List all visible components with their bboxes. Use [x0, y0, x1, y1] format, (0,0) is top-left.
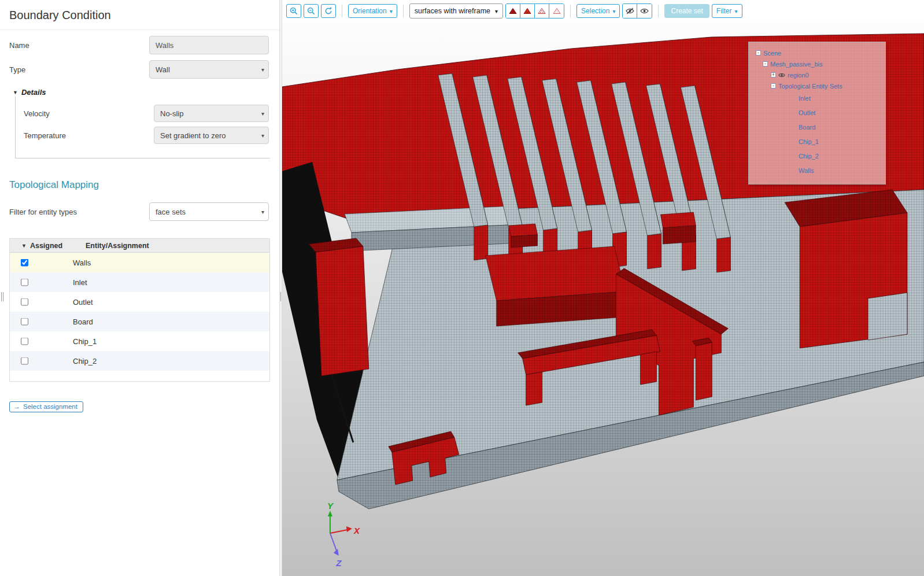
tree-node-region[interactable]: + region0 — [749, 69, 885, 80]
representation-toggle-group — [505, 3, 564, 19]
velocity-label: Velocity — [24, 109, 154, 118]
name-input[interactable] — [149, 36, 269, 54]
velocity-select[interactable]: No-slip ▾ — [154, 105, 269, 122]
tree-node-label[interactable]: Mesh_passive_bis — [770, 61, 823, 68]
visibility-toggle-group — [622, 3, 652, 19]
eye-icon — [640, 8, 649, 14]
tree-item[interactable]: Chip_2 — [749, 149, 885, 164]
tree-node-label[interactable]: region0 — [788, 72, 809, 79]
details-body: Velocity No-slip ▾ Temperature Set gradi… — [15, 97, 270, 158]
entity-name: Chip_1 — [73, 337, 97, 346]
reset-camera-button[interactable] — [321, 4, 336, 18]
hide-selection-button[interactable] — [623, 4, 637, 18]
entity-column-header: Entity/Assignment — [86, 242, 149, 250]
chevron-down-icon: ▾ — [261, 132, 264, 139]
gray-step-mesh[interactable] — [345, 206, 520, 251]
entity-name: Chip_2 — [73, 357, 97, 365]
type-select[interactable]: Wall ▾ — [149, 60, 269, 79]
eye-off-icon — [626, 8, 634, 14]
select-assignment-button[interactable]: → Select assignment — [9, 401, 83, 412]
table-row[interactable]: Outlet — [10, 292, 269, 312]
viewport-toolbar: Orientation ▾ surfaces with wireframe ▾ … — [282, 0, 924, 22]
collapse-icon[interactable]: - — [756, 50, 761, 56]
table-row[interactable]: Inlet — [10, 272, 269, 292]
type-label: Type — [9, 65, 149, 74]
assignment-table-header: ▼ Assigned Entity/Assignment — [10, 239, 269, 253]
tree-node-mesh[interactable]: - Mesh_passive_bis — [749, 58, 885, 69]
tree-item[interactable]: Chip_1 — [749, 135, 885, 149]
create-set-button[interactable]: Create set — [664, 4, 709, 18]
assigned-checkbox[interactable] — [21, 298, 28, 306]
assignment-table: ▼ Assigned Entity/Assignment Walls Inlet… — [9, 238, 270, 382]
arrow-right-icon: → — [13, 403, 20, 410]
entity-name: Outlet — [73, 298, 93, 307]
table-row[interactable]: Chip_1 — [10, 331, 269, 351]
chevron-down-icon: ▾ — [495, 8, 498, 14]
page-title: Boundary Condition — [0, 0, 279, 30]
orientation-dropdown[interactable]: Orientation ▾ — [348, 4, 397, 18]
chevron-down-icon: ▾ — [261, 209, 264, 215]
collapse-icon[interactable]: - — [771, 83, 776, 88]
triangle-shaded-icon — [523, 8, 531, 14]
assigned-column-header[interactable]: ▼ Assigned — [21, 242, 62, 250]
assigned-checkbox[interactable] — [21, 279, 28, 286]
table-row[interactable]: Walls — [10, 253, 269, 272]
velocity-select-value: No-slip — [160, 109, 183, 118]
assigned-checkbox[interactable] — [21, 259, 28, 267]
triangle-outline-rep-button[interactable] — [549, 4, 564, 18]
triangle-solid-rep-button[interactable] — [506, 4, 520, 18]
triangle-down-icon: ▼ — [13, 90, 18, 95]
representation-value: surfaces with wireframe — [415, 7, 490, 15]
entity-filter-value: face sets — [156, 208, 186, 216]
toolbar-separator — [403, 5, 404, 17]
triangle-dotted-rep-button[interactable] — [535, 4, 549, 18]
table-row[interactable]: Board — [10, 312, 269, 331]
tree-node-topological-sets[interactable]: - Topological Entity Sets — [749, 80, 885, 91]
chevron-down-icon: ▾ — [735, 8, 738, 14]
refresh-icon — [324, 7, 332, 15]
tree-item[interactable]: Inlet — [749, 91, 885, 106]
name-label: Name — [9, 41, 149, 50]
details-collapse-header[interactable]: ▼ Details — [13, 88, 270, 97]
filter-dropdown[interactable]: Filter ▾ — [712, 4, 742, 18]
assigned-checkbox[interactable] — [21, 318, 28, 326]
zoom-in-button[interactable] — [286, 4, 301, 18]
topological-mapping-title: Topological Mapping — [9, 179, 270, 191]
collapse-icon[interactable]: - — [763, 61, 768, 67]
show-selection-button[interactable] — [637, 4, 652, 18]
assigned-checkbox[interactable] — [21, 338, 28, 345]
tree-item[interactable]: Outlet — [749, 106, 885, 120]
tree-node-label[interactable]: Topological Entity Sets — [778, 83, 842, 90]
tree-item[interactable]: Board — [749, 120, 885, 135]
details-label: Details — [21, 88, 46, 97]
eye-icon[interactable] — [778, 72, 785, 78]
orientation-label: Orientation — [353, 7, 387, 15]
tree-item[interactable]: Walls — [749, 164, 885, 178]
filter-label: Filter — [716, 7, 732, 15]
assigned-checkbox[interactable] — [21, 357, 28, 365]
axis-x-label: X — [353, 526, 360, 536]
toolbar-separator — [570, 5, 571, 17]
temperature-select-value: Set gradient to zero — [160, 131, 226, 140]
entity-filter-select[interactable]: face sets ▾ — [149, 202, 269, 221]
temperature-select[interactable]: Set gradient to zero ▾ — [154, 127, 269, 144]
selection-label: Selection — [581, 7, 609, 15]
expand-icon[interactable]: + — [771, 72, 776, 77]
entity-name: Inlet — [73, 278, 87, 287]
chevron-down-icon: ▾ — [390, 8, 393, 14]
table-footer-spacer — [10, 371, 269, 381]
column-collapse-icon: ▼ — [21, 243, 27, 249]
triangle-shaded-rep-button[interactable] — [520, 4, 535, 18]
chevron-down-icon: ▾ — [261, 110, 264, 117]
tree-node-label[interactable]: Scene — [763, 50, 781, 57]
axis-z-label: Z — [335, 558, 342, 568]
tree-item-list: Inlet Outlet Board Chip_1 Chip_2 Walls — [749, 91, 885, 178]
table-row[interactable]: Chip_2 — [10, 351, 269, 371]
left-resize-grip[interactable] — [1, 292, 4, 301]
selection-dropdown[interactable]: Selection ▾ — [576, 4, 620, 18]
representation-select[interactable]: surfaces with wireframe ▾ — [409, 3, 503, 19]
toolbar-separator — [342, 5, 342, 17]
zoom-out-button[interactable] — [304, 4, 319, 18]
triangle-dotted-icon — [538, 8, 546, 14]
tree-node-scene[interactable]: - Scene — [749, 47, 885, 58]
